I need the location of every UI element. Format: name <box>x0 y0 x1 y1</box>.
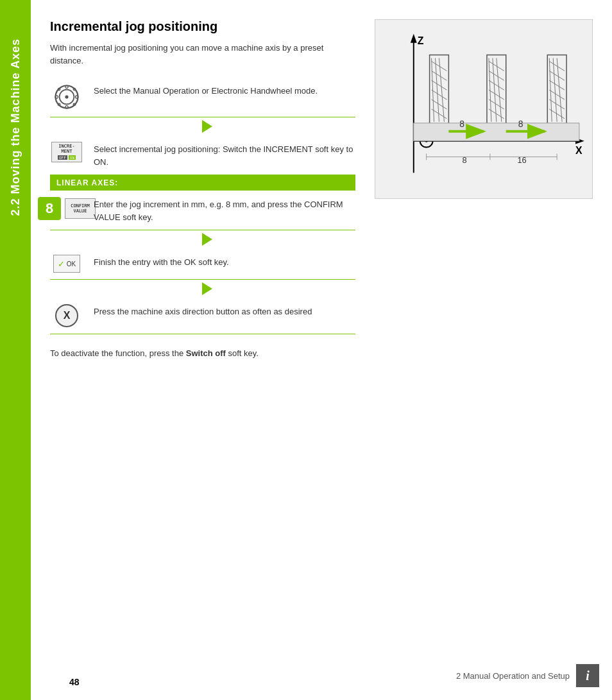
page-number: 48 <box>69 677 80 687</box>
svg-point-3 <box>65 85 68 88</box>
step-3-icon: 8 CONFIRMVALUE <box>50 197 83 220</box>
number-8-icon: 8 <box>38 197 61 220</box>
sidebar-label: 2.2 Moving the Machine Axes <box>9 38 22 216</box>
info-badge: i <box>576 664 599 687</box>
switch-off-label: Switch off <box>186 348 226 358</box>
step-1-icon <box>50 83 83 110</box>
confirm-value-icon: CONFIRMVALUE <box>65 198 96 219</box>
ok-softkey-icon: ✓ OK <box>53 255 80 273</box>
content-layout: Incremental jog positioning With increme… <box>50 19 593 360</box>
x-axis-button-icon: X <box>55 304 78 327</box>
step-4-text: Finish the entry with the OK soft key. <box>94 255 355 269</box>
handwheel-icon <box>53 83 80 110</box>
step-5-icon: X <box>50 304 83 327</box>
step-3-icons-group: 8 CONFIRMVALUE <box>38 197 96 220</box>
page-container: 2.2 Moving the Machine Axes Incremental … <box>0 0 612 700</box>
page-footer: 48 2 Manual Operation and Setup i <box>31 664 612 687</box>
svg-text:8: 8 <box>459 119 464 129</box>
step-4-icon: ✓ OK <box>50 255 83 273</box>
footer-caption: 2 Manual Operation and Setup <box>456 671 570 681</box>
svg-point-5 <box>55 96 58 98</box>
svg-point-2 <box>65 95 68 98</box>
main-content: Incremental jog positioning With increme… <box>31 0 612 700</box>
diagram-svg: Z X <box>375 20 592 198</box>
svg-text:Z: Z <box>418 35 424 46</box>
arrow-3 <box>50 280 355 298</box>
step-4-row: ✓ OK Finish the entry with the OK soft k… <box>50 248 355 280</box>
intro-text: With incremental jog positioning you can… <box>50 42 355 67</box>
page-title: Incremental jog positioning <box>50 19 355 34</box>
checkmark-icon: ✓ <box>58 259 65 269</box>
svg-text:X: X <box>575 145 582 156</box>
info-icon: i <box>586 669 590 683</box>
step-2-text: Select incremental jog positioning: Swit… <box>94 142 355 168</box>
step-3-row: 8 CONFIRMVALUE Enter the jog increment i… <box>50 191 355 230</box>
footer-right: 2 Manual Operation and Setup i <box>456 664 599 687</box>
step-5-row: X Press the machine axis direction butto… <box>50 298 355 334</box>
increment-button-icon: INCRE-MENT OFF ON <box>51 142 82 162</box>
diagram-container: Z X <box>375 19 593 199</box>
ok-label: OK <box>67 260 76 268</box>
step-5-text: Press the machine axis direction button … <box>94 304 355 318</box>
arrow-2 <box>50 230 355 248</box>
step-1-row: Select the Manual Operation or Electroni… <box>50 77 355 117</box>
left-column: Incremental jog positioning With increme… <box>50 19 355 360</box>
linear-axes-bar: LINEAR AXES: <box>50 175 355 191</box>
green-arrow-icon-3 <box>202 282 212 295</box>
green-arrow-icon-1 <box>202 120 212 133</box>
sidebar: 2.2 Moving the Machine Axes <box>0 0 31 700</box>
arrow-1 <box>50 117 355 135</box>
svg-rect-50 <box>414 123 579 141</box>
svg-rect-11 <box>375 20 592 198</box>
step-3-text: Enter the jog increment in mm, e.g. 8 mm… <box>94 197 355 223</box>
svg-point-4 <box>65 106 68 108</box>
right-column: Z X <box>375 19 593 360</box>
footer-note: To deactivate the function, press the Sw… <box>50 347 355 360</box>
svg-point-6 <box>76 96 78 98</box>
svg-text:8: 8 <box>518 119 523 129</box>
green-arrow-icon-2 <box>202 233 212 246</box>
step-2-icon: INCRE-MENT OFF ON <box>50 142 83 162</box>
step-1-text: Select the Manual Operation or Electroni… <box>94 83 355 98</box>
step-2-row: INCRE-MENT OFF ON Select incremental jog… <box>50 135 355 175</box>
